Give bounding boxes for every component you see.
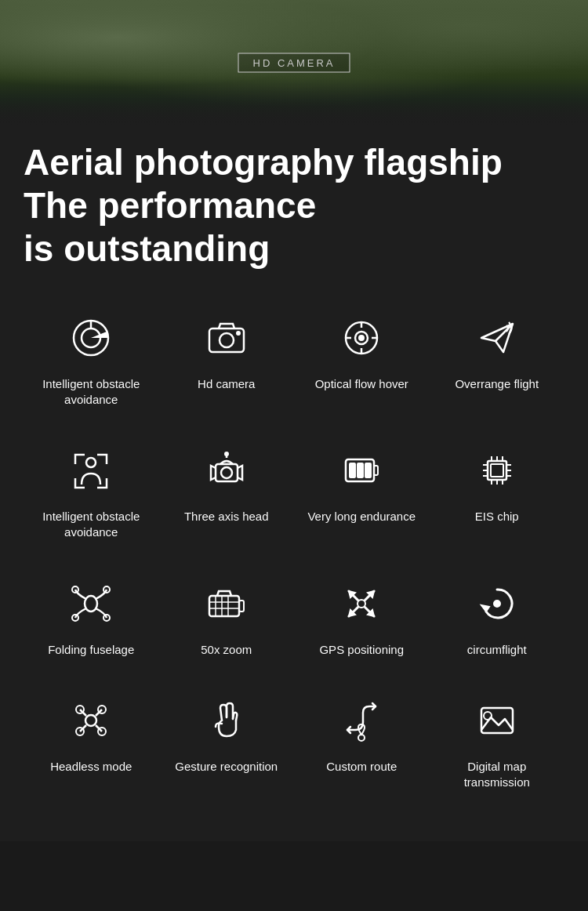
feature-label: Overrange flight bbox=[455, 376, 539, 392]
feature-label: Headless mode bbox=[50, 759, 132, 775]
svg-rect-21 bbox=[350, 463, 355, 477]
feature-label: Gesture recognition bbox=[175, 759, 278, 775]
svg-point-5 bbox=[237, 332, 240, 335]
feature-label: Hd camera bbox=[198, 376, 255, 392]
svg-point-14 bbox=[86, 458, 96, 467]
chip-icon bbox=[470, 443, 524, 498]
feature-hd-camera: Hd camera bbox=[159, 295, 295, 428]
drone-fold-icon bbox=[64, 576, 118, 631]
svg-rect-22 bbox=[358, 463, 363, 477]
feature-label: circumflight bbox=[467, 642, 527, 658]
feature-label: Intelligent obstacle avoidance bbox=[31, 376, 151, 408]
gps-icon bbox=[334, 576, 389, 631]
feature-label: Custom route bbox=[326, 759, 397, 775]
feature-very-long-endurance: Very long endurance bbox=[294, 427, 430, 561]
feature-label: Very long endurance bbox=[307, 509, 416, 524]
feature-headless-mode: Headless mode bbox=[24, 677, 159, 811]
svg-rect-43 bbox=[209, 596, 239, 616]
feature-circumflight: circumflight bbox=[430, 561, 565, 677]
feature-label: Three axis head bbox=[184, 509, 269, 524]
main-content: Aerial photography flagship The performa… bbox=[0, 125, 588, 841]
svg-point-52 bbox=[358, 600, 365, 608]
svg-point-54 bbox=[85, 715, 96, 726]
svg-point-16 bbox=[221, 467, 232, 478]
feature-eis-chip: EIS chip bbox=[430, 427, 565, 561]
feature-label: EIS chip bbox=[475, 509, 519, 524]
optical-flow-icon bbox=[334, 310, 389, 365]
feature-gps-positioning: GPS positioning bbox=[294, 561, 430, 677]
svg-rect-20 bbox=[374, 466, 378, 475]
feature-label: GPS positioning bbox=[319, 642, 404, 658]
feature-label: Digital map transmission bbox=[437, 759, 557, 791]
feature-intelligent-obstacle-avoidance-1: Intelligent obstacle avoidance bbox=[24, 295, 159, 428]
feature-gesture-recognition: Gesture recognition bbox=[159, 677, 295, 811]
battery-icon bbox=[334, 443, 389, 498]
person-detect-icon bbox=[64, 443, 118, 498]
headline-line2: The performance bbox=[24, 185, 316, 226]
feature-label: Intelligent obstacle avoidance bbox=[31, 509, 151, 541]
route-icon bbox=[334, 693, 389, 748]
feature-folding-fuselage: Folding fuselage bbox=[24, 561, 159, 677]
svg-point-53 bbox=[494, 601, 500, 607]
svg-rect-23 bbox=[365, 463, 371, 477]
feature-three-axis-head: Three axis head bbox=[159, 427, 295, 561]
hd-badge: HD CAMERA bbox=[238, 53, 350, 73]
gimbal-camera-icon bbox=[199, 443, 254, 498]
features-grid: Intelligent obstacle avoidance Hd camera bbox=[24, 295, 564, 811]
headline-line3: is outstanding bbox=[24, 228, 270, 269]
feature-digital-map-transmission: Digital map transmission bbox=[430, 677, 565, 811]
svg-point-8 bbox=[359, 336, 364, 340]
drone-headless-icon bbox=[64, 693, 118, 748]
svg-point-18 bbox=[225, 452, 228, 456]
feature-optical-flow-hover: Optical flow hover bbox=[294, 295, 430, 428]
feature-label: 50x zoom bbox=[201, 642, 252, 658]
feature-label: Folding fuselage bbox=[48, 642, 134, 658]
camera-icon bbox=[199, 310, 254, 365]
svg-rect-25 bbox=[491, 464, 503, 477]
target-circle-icon bbox=[64, 310, 118, 365]
feature-intelligent-obstacle-avoidance-2: Intelligent obstacle avoidance bbox=[24, 427, 159, 561]
svg-point-65 bbox=[484, 712, 492, 720]
svg-rect-49 bbox=[239, 601, 244, 612]
orbit-icon bbox=[470, 576, 524, 631]
hand-gesture-icon bbox=[199, 693, 254, 748]
map-photo-icon bbox=[470, 693, 524, 748]
feature-50x-zoom: 50x zoom bbox=[159, 561, 295, 677]
headline-line1: Aerial photography flagship bbox=[24, 142, 503, 183]
hero-section: HD CAMERA bbox=[0, 0, 588, 125]
svg-point-4 bbox=[220, 333, 234, 347]
headline: Aerial photography flagship The performa… bbox=[24, 141, 564, 271]
feature-custom-route: Custom route bbox=[294, 677, 430, 811]
paper-plane-icon bbox=[470, 310, 524, 365]
feature-overrange-flight: Overrange flight bbox=[430, 295, 565, 428]
feature-label: Optical flow hover bbox=[315, 376, 408, 392]
zoom-camera-icon bbox=[199, 576, 254, 631]
